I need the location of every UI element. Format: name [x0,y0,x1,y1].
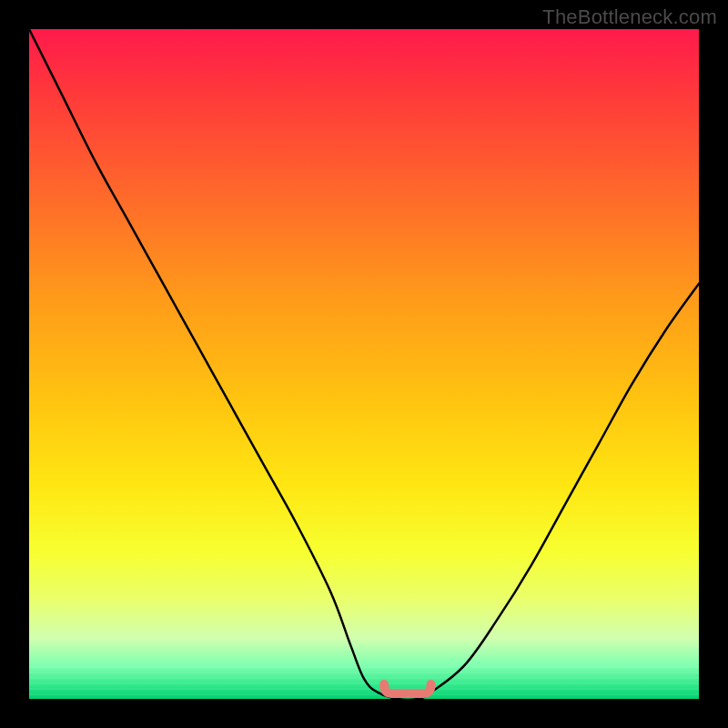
watermark-text: TheBottleneck.com [542,5,717,29]
plot-area [29,29,699,699]
valley-highlight [384,684,431,693]
chart-frame: TheBottleneck.com [0,0,728,728]
curve-layer [29,29,699,699]
bottleneck-curve [29,29,699,699]
